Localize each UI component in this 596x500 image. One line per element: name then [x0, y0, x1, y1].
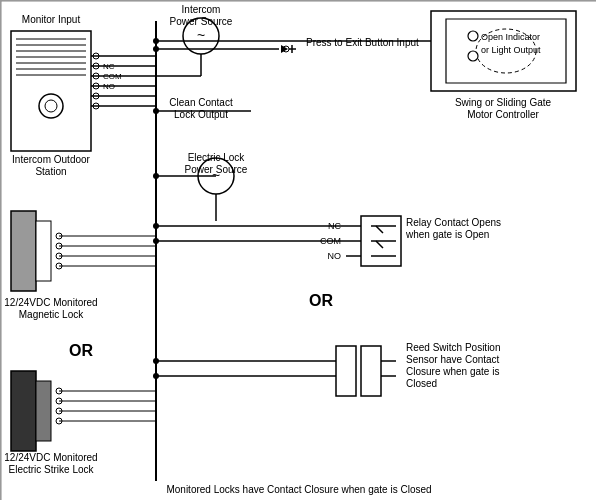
svg-point-85 [153, 223, 159, 229]
svg-point-90 [153, 373, 159, 379]
electric-lock-power-label: Electric Lock [188, 152, 246, 163]
svg-text:Closure when gate is: Closure when gate is [406, 366, 499, 377]
clean-contact-label: Clean Contact [169, 97, 233, 108]
svg-text:Open Indicator: Open Indicator [481, 32, 540, 42]
svg-rect-55 [36, 221, 51, 281]
svg-text:when gate is Open: when gate is Open [405, 229, 489, 240]
svg-rect-54 [11, 211, 36, 291]
svg-rect-62 [36, 381, 51, 441]
svg-point-79 [153, 108, 159, 114]
no-relay-label: NO [328, 251, 342, 261]
monitor-input-label: Monitor Input [22, 14, 81, 25]
bottom-note: Monitored Locks have Contact Closure whe… [166, 484, 431, 495]
svg-text:Motor Controller: Motor Controller [467, 109, 539, 120]
svg-text:Power Source: Power Source [185, 164, 248, 175]
svg-point-86 [153, 238, 159, 244]
relay-contact-label: Relay Contact Opens [406, 217, 501, 228]
intercom-outdoor-station-label: Intercom Outdoor [12, 154, 90, 165]
svg-point-82 [153, 173, 159, 179]
svg-text:or Light Output: or Light Output [481, 45, 541, 55]
or-label-2: OR [69, 342, 93, 359]
magnetic-lock-label: 12/24VDC Monitored [4, 297, 97, 308]
svg-text:Station: Station [35, 166, 66, 177]
svg-point-77 [153, 46, 159, 52]
svg-point-30 [468, 31, 478, 41]
wiring-diagram: Monitor Input Intercom Outdoor Station C… [0, 0, 596, 500]
svg-point-10 [45, 100, 57, 112]
svg-point-31 [468, 51, 478, 61]
swing-gate-label: Swing or Sliding Gate [455, 97, 552, 108]
svg-rect-61 [11, 371, 36, 451]
svg-text:Electric Strike Lock: Electric Strike Lock [8, 464, 94, 475]
svg-point-89 [153, 358, 159, 364]
press-to-exit-label: Press to Exit Button Input [306, 37, 419, 48]
svg-text:Sensor have Contact: Sensor have Contact [406, 354, 500, 365]
reed-switch-label: Reed Switch Position [406, 342, 501, 353]
svg-text:Power Source: Power Source [170, 16, 233, 27]
svg-rect-45 [336, 346, 356, 396]
svg-rect-46 [361, 346, 381, 396]
svg-rect-1 [11, 31, 91, 151]
svg-point-100 [153, 38, 159, 44]
electric-strike-label: 12/24VDC Monitored [4, 452, 97, 463]
svg-text:Closed: Closed [406, 378, 437, 389]
svg-text:Magnetic Lock: Magnetic Lock [19, 309, 84, 320]
or-label-1: OR [309, 292, 333, 309]
intercom-power-label: Intercom [182, 4, 221, 15]
